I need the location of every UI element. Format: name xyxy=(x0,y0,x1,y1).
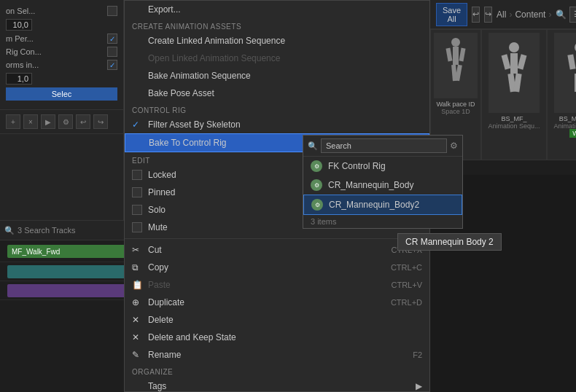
create-section-label: Create Animation Assets xyxy=(125,18,429,32)
menu-rename[interactable]: ✎ Rename F2 xyxy=(125,346,429,364)
bake-control-rig-label: Bake To Control Rig xyxy=(149,138,227,148)
locked-checkbox[interactable] xyxy=(132,170,142,180)
on-sel-label: on Sel... xyxy=(6,7,35,15)
organize-section-label: Organize xyxy=(125,364,429,377)
svg-rect-8 xyxy=(502,54,511,69)
control-rig-section-label: Control Rig xyxy=(125,102,429,116)
mute-checkbox[interactable] xyxy=(132,222,142,232)
pinned-label: Pinned xyxy=(148,187,175,197)
undo-button[interactable]: ↩ xyxy=(472,7,480,23)
value-100[interactable]: 10,0 xyxy=(6,19,32,31)
bs-mf-label: BS_MF_ xyxy=(501,115,526,122)
bs-mf-type: Animation Sequ... xyxy=(488,122,540,130)
fk-icon: ⚙ xyxy=(311,160,322,172)
submenu-count: 3 items xyxy=(303,215,462,228)
asset-bs-mm-walk[interactable]: Walk BS_MM_Walk Animation Sequ... xyxy=(547,29,576,160)
open-linked-label: Open Linked Animation Sequence xyxy=(148,53,280,63)
delete-label: Delete xyxy=(148,315,174,325)
menu-filter-skeleton[interactable]: ✓ Filter Asset By Skeleton xyxy=(125,116,429,133)
icon-btn-5[interactable]: ↩ xyxy=(76,114,90,129)
rename-shortcut: F2 xyxy=(413,350,422,359)
fk-control-label: FK Control Rig xyxy=(328,161,386,171)
walk-pace-label: Walk pace ID xyxy=(436,101,475,108)
submenu-search-icon: 🔍 xyxy=(308,141,318,151)
svg-point-0 xyxy=(451,38,460,47)
tooltip: CR Mannequin Body 2 xyxy=(397,233,502,251)
export-label: Export... xyxy=(148,4,181,15)
mute-label: Mute xyxy=(148,222,168,232)
redo-button[interactable]: ↪ xyxy=(484,7,492,23)
walk-pace-type: Space 1D xyxy=(441,108,470,115)
menu-cut[interactable]: ✂ Cut CTRL+X xyxy=(125,241,429,259)
submenu-cr-body[interactable]: ⚙ CR_Mannequin_Body xyxy=(303,176,462,195)
menu-copy[interactable]: ⧉ Copy CTRL+C xyxy=(125,259,429,276)
search-icon-top: 🔍 xyxy=(556,9,567,20)
icon-btn-4[interactable]: ⚙ xyxy=(58,114,73,129)
icon-btn-2[interactable]: × xyxy=(23,114,38,129)
breadcrumb-sep2: › xyxy=(548,9,551,20)
submenu-cr-body2[interactable]: ⚙ CR_Mannequin_Body2 xyxy=(303,195,462,215)
save-all-button[interactable]: Save All xyxy=(436,3,467,26)
filter-skeleton-label: Filter Asset By Skeleton xyxy=(148,119,241,130)
breadcrumb-sep: › xyxy=(509,9,512,20)
bake-pose-label: Bake Pose Asset xyxy=(148,88,214,98)
orms-in-checkbox[interactable] xyxy=(107,60,117,70)
bake-anim-label: Bake Animation Sequence xyxy=(148,71,251,81)
menu-bake-pose[interactable]: Bake Pose Asset xyxy=(125,85,429,102)
submenu-gear-icon[interactable]: ⚙ xyxy=(450,141,458,151)
check-filter: ✓ xyxy=(132,119,142,130)
svg-rect-14 xyxy=(567,54,575,69)
submenu-fk-control[interactable]: ⚙ FK Control Rig xyxy=(303,157,462,176)
filter-icon-button[interactable]: ☰ xyxy=(569,7,576,23)
menu-create-linked[interactable]: Create Linked Animation Sequence xyxy=(125,32,429,50)
svg-point-6 xyxy=(509,42,519,52)
copy-label: Copy xyxy=(148,262,168,273)
icon-btn-6[interactable]: ↪ xyxy=(93,114,108,129)
asset-bs-mf[interactable]: BS_MF_ Animation Sequ... xyxy=(481,29,547,160)
orms-in-label: orms in... xyxy=(6,60,39,69)
search-bar[interactable]: 🔍 ☰ × xyxy=(556,7,576,23)
walk-pace-figure xyxy=(434,33,478,98)
select-button[interactable]: Selec xyxy=(6,87,117,101)
breadcrumb-content[interactable]: Content xyxy=(515,9,545,20)
svg-rect-3 xyxy=(459,48,465,62)
svg-rect-11 xyxy=(513,74,521,93)
menu-duplicate[interactable]: ⊕ Duplicate CTRL+D xyxy=(125,294,429,311)
m-per-checkbox[interactable] xyxy=(107,34,117,44)
solo-checkbox[interactable] xyxy=(132,205,142,215)
paste-label: Paste xyxy=(148,280,171,290)
icon-btn-3[interactable]: ▶ xyxy=(41,114,55,129)
menu-bake-anim[interactable]: Bake Animation Sequence xyxy=(125,67,429,85)
breadcrumb-all[interactable]: All xyxy=(497,9,506,20)
menu-paste: 📋 Paste CTRL+V xyxy=(125,276,429,294)
cr-body-icon: ⚙ xyxy=(311,179,322,191)
cr-body2-label: CR_Mannequin_Body2 xyxy=(329,200,419,210)
left-controls: on Sel... 10,0 m Per... Rig Con... orms … xyxy=(0,0,123,110)
on-sel-checkbox[interactable] xyxy=(107,6,117,16)
search-icon: 🔍 xyxy=(4,226,15,235)
cut-label: Cut xyxy=(148,245,162,255)
cr-body2-icon: ⚙ xyxy=(311,199,323,211)
duplicate-shortcut: CTRL+D xyxy=(391,298,422,307)
timeline-block-label: MF_Walk_Fwd xyxy=(12,248,60,256)
rig-con-checkbox[interactable] xyxy=(107,47,117,57)
pinned-checkbox[interactable] xyxy=(132,187,142,197)
menu-export[interactable]: Export... xyxy=(125,1,429,18)
svg-rect-1 xyxy=(453,47,459,65)
m-per-label: m Per... xyxy=(6,34,34,43)
menu-delete[interactable]: ✕ Delete xyxy=(125,311,429,329)
submenu: 🔍 ⚙ ⚙ FK Control Rig ⚙ CR_Mannequin_Body… xyxy=(303,135,463,229)
svg-rect-9 xyxy=(518,54,527,69)
bs-mm-label: BS_MM_Walk xyxy=(559,115,576,122)
submenu-search-input[interactable] xyxy=(321,138,447,153)
value-10[interactable]: 1,0 xyxy=(6,73,32,85)
duplicate-label: Duplicate xyxy=(148,297,184,307)
submenu-search-bar[interactable]: 🔍 ⚙ xyxy=(303,136,462,157)
menu-delete-keep[interactable]: ✕ Delete and Keep State xyxy=(125,329,429,346)
menu-tags[interactable]: Tags ▶ xyxy=(125,377,429,392)
paste-shortcut: CTRL+V xyxy=(392,281,423,289)
breadcrumb: All › Content › xyxy=(497,9,551,20)
search-tracks-bar[interactable]: 🔍 3 Search Tracks xyxy=(0,220,124,240)
icon-btn-1[interactable]: + xyxy=(6,114,20,129)
tags-arrow-icon: ▶ xyxy=(416,381,422,391)
